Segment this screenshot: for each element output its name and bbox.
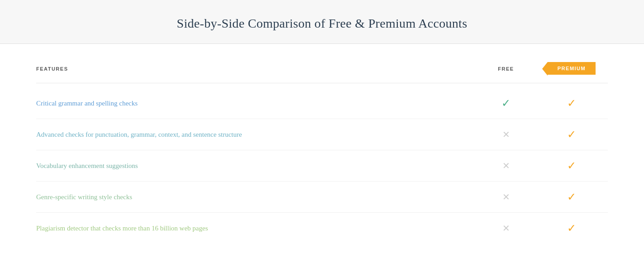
- feature-text: Genre-specific writing style checks: [36, 193, 132, 201]
- check-gold-icon: ✓: [567, 129, 576, 140]
- cross-gray-icon: ✕: [502, 192, 510, 202]
- table-row: Plagiarism detector that checks more tha…: [36, 213, 608, 244]
- premium-check-cell: ✓: [535, 128, 608, 141]
- free-check-cell: ✕: [477, 160, 535, 172]
- feature-text: Critical grammar and spelling checks: [36, 100, 138, 107]
- feature-text: Plagiarism detector that checks more tha…: [36, 225, 208, 232]
- header-section: Side-by-Side Comparison of Free & Premiu…: [0, 0, 644, 44]
- table-header-row: FEATURES FREE PREMIUM: [36, 62, 608, 83]
- check-green-icon: ✓: [501, 97, 510, 109]
- page-title: Side-by-Side Comparison of Free & Premiu…: [9, 16, 635, 31]
- free-check-cell: ✕: [477, 222, 535, 234]
- features-column-header: FEATURES: [36, 64, 477, 72]
- premium-badge: PREMIUM: [548, 62, 596, 75]
- comparison-table: FEATURES FREE PREMIUM Critical grammar a…: [36, 62, 608, 244]
- main-content: FEATURES FREE PREMIUM Critical grammar a…: [0, 44, 644, 254]
- feature-cell: Critical grammar and spelling checks: [36, 98, 477, 109]
- free-column-header: FREE: [477, 64, 535, 72]
- feature-cell: Genre-specific writing style checks: [36, 192, 477, 202]
- feature-text: Advanced checks for punctuation, grammar…: [36, 131, 242, 138]
- check-gold-icon: ✓: [567, 191, 576, 203]
- free-label: FREE: [498, 66, 514, 72]
- premium-column-header: PREMIUM: [535, 62, 608, 75]
- check-gold-icon: ✓: [567, 160, 576, 172]
- table-row: Vocabulary enhancement suggestions ✕ ✓: [36, 150, 608, 182]
- free-check-cell: ✕: [477, 191, 535, 203]
- premium-check-cell: ✓: [535, 97, 608, 110]
- premium-check-cell: ✓: [535, 191, 608, 203]
- table-row: Critical grammar and spelling checks ✓ ✓: [36, 88, 608, 119]
- features-label: FEATURES: [36, 66, 68, 72]
- table-row: Genre-specific writing style checks ✕ ✓: [36, 182, 608, 213]
- free-check-cell: ✓: [477, 97, 535, 110]
- check-gold-icon: ✓: [567, 222, 576, 234]
- check-gold-icon: ✓: [567, 97, 576, 109]
- free-check-cell: ✕: [477, 129, 535, 140]
- cross-gray-icon: ✕: [502, 223, 510, 233]
- cross-gray-icon: ✕: [502, 161, 510, 171]
- page-wrapper: Side-by-Side Comparison of Free & Premiu…: [0, 0, 644, 254]
- feature-text: Vocabulary enhancement suggestions: [36, 162, 138, 169]
- table-row: Advanced checks for punctuation, grammar…: [36, 119, 608, 150]
- premium-check-cell: ✓: [535, 222, 608, 235]
- cross-gray-icon: ✕: [502, 129, 510, 139]
- feature-cell: Advanced checks for punctuation, grammar…: [36, 129, 477, 140]
- feature-cell: Vocabulary enhancement suggestions: [36, 161, 477, 171]
- premium-check-cell: ✓: [535, 159, 608, 172]
- feature-cell: Plagiarism detector that checks more tha…: [36, 223, 477, 234]
